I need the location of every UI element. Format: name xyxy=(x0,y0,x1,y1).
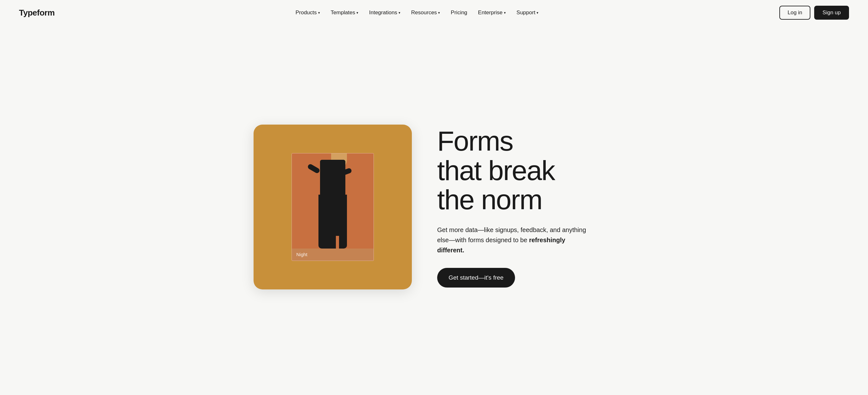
nav-item-resources[interactable]: Resources ▾ xyxy=(407,7,444,19)
logo[interactable]: Typeform xyxy=(19,8,55,18)
nav-label-support: Support xyxy=(517,9,536,16)
nav-item-integrations[interactable]: Integrations ▾ xyxy=(365,7,405,19)
signup-button[interactable]: Sign up xyxy=(814,6,849,20)
hero-content: Forms that break the norm Get more data—… xyxy=(437,126,614,287)
hero-title-line2: that break xyxy=(437,155,555,186)
nav-label-resources: Resources xyxy=(411,9,437,16)
nav-item-pricing[interactable]: Pricing xyxy=(446,7,472,19)
nav-links: Products ▾ Templates ▾ Integrations ▾ Re… xyxy=(55,7,779,19)
hero-section: Night Forms that break the norm Get more… xyxy=(0,25,868,395)
hero-title-line3: the norm xyxy=(437,184,542,215)
torso xyxy=(320,160,345,198)
nav-label-integrations: Integrations xyxy=(369,9,397,16)
nav-actions: Log in Sign up xyxy=(779,6,849,20)
card-inner: Night xyxy=(291,153,374,261)
chevron-down-icon: ▾ xyxy=(318,11,320,15)
hero-subtitle: Get more data—like signups, feedback, an… xyxy=(437,225,589,255)
chevron-down-icon: ▾ xyxy=(438,11,440,15)
leg-gap xyxy=(336,236,339,249)
nav-item-enterprise[interactable]: Enterprise ▾ xyxy=(473,7,510,19)
hero-title: Forms that break the norm xyxy=(437,126,614,214)
arm-left xyxy=(307,163,321,174)
card-label: Night xyxy=(296,252,307,257)
nav-item-templates[interactable]: Templates ▾ xyxy=(327,7,363,19)
chevron-down-icon: ▾ xyxy=(399,11,400,15)
hero-card: Night xyxy=(254,124,412,289)
card-label-area: Night xyxy=(292,249,374,261)
login-button[interactable]: Log in xyxy=(779,6,810,20)
chevron-down-icon: ▾ xyxy=(504,11,506,15)
cta-button[interactable]: Get started—it's free xyxy=(437,268,515,287)
hero-title-line1: Forms xyxy=(437,125,513,157)
navbar: Typeform Products ▾ Templates ▾ Integrat… xyxy=(0,0,868,25)
figure-background xyxy=(292,153,374,249)
nav-label-enterprise: Enterprise xyxy=(478,9,502,16)
nav-label-templates: Templates xyxy=(331,9,355,16)
pants xyxy=(318,195,347,249)
nav-label-products: Products xyxy=(296,9,316,16)
figure-silhouette xyxy=(311,160,355,249)
nav-label-pricing: Pricing xyxy=(451,9,467,16)
chevron-down-icon: ▾ xyxy=(356,11,358,15)
chevron-down-icon: ▾ xyxy=(536,11,538,15)
nav-item-support[interactable]: Support ▾ xyxy=(512,7,543,19)
nav-item-products[interactable]: Products ▾ xyxy=(291,7,324,19)
